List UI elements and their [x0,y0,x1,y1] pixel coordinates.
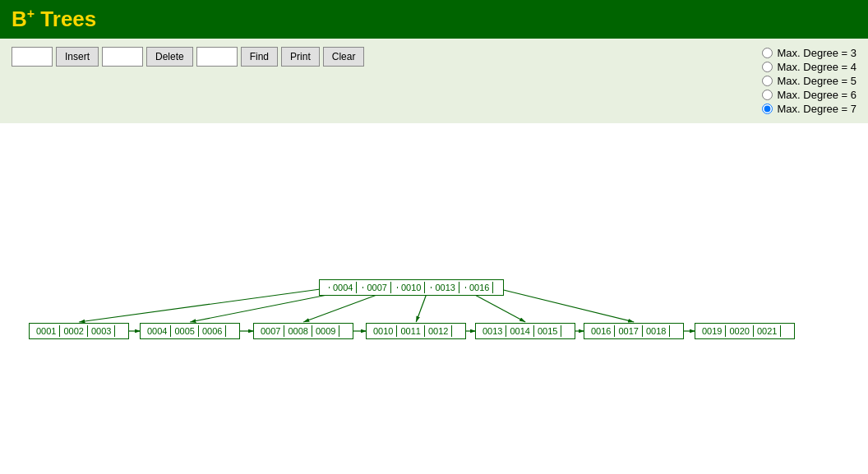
root-ptr [323,287,330,288]
toolbar: Insert Delete Find Print Clear [12,47,746,67]
leaf-node: 001300140015 [475,323,575,339]
leaf-cell: 0020 [726,325,753,337]
leaf-ptr [452,330,462,332]
degree-4-option[interactable]: Max. Degree = 4 [762,61,856,73]
leaf-cell: 0018 [643,325,670,337]
toolbar-area: Insert Delete Find Print Clear Max. Degr… [0,39,868,123]
leaf-cell: 0008 [284,325,312,337]
insert-input[interactable] [12,47,53,67]
degree-7-option[interactable]: Max. Degree = 7 [762,103,856,115]
leaf-cell: 0002 [60,325,87,337]
find-button[interactable]: Find [241,47,278,67]
leaf-cell: 0010 [370,325,397,337]
leaf-cell: 0005 [171,325,198,337]
root-cell: 0007 [363,282,390,293]
degree-5-option[interactable]: Max. Degree = 5 [762,75,856,87]
root-ptr [391,287,398,288]
tree-canvas: 0001000200030004000500060007000800090010… [0,123,868,403]
root-ptr [459,287,466,288]
degree-5-radio[interactable] [762,76,773,86]
degree-6-option[interactable]: Max. Degree = 6 [762,89,856,101]
degree-radio-group: Max. Degree = 3 Max. Degree = 4 Max. Deg… [762,47,856,115]
svg-line-1 [79,288,326,322]
root-cell: 0004 [330,282,357,293]
leaf-cell: 0016 [588,325,615,337]
degree-7-radio[interactable] [762,104,773,114]
degree-3-radio[interactable] [762,48,773,58]
leaf-cell: 0021 [754,325,781,337]
leaf-ptr [670,330,680,332]
leaf-node: 000400050006 [140,323,240,339]
degree-3-option[interactable]: Max. Degree = 3 [762,47,856,59]
leaf-cell: 0006 [199,325,226,337]
leaf-cell: 0017 [615,325,642,337]
leaf-ptr [781,330,791,332]
root-cell: 0013 [432,282,459,293]
leaf-cell: 0011 [397,325,424,337]
leaf-cell: 0003 [88,325,115,337]
delete-input[interactable] [102,47,143,67]
leaf-cell: 0009 [312,325,339,337]
leaf-cell: 0014 [506,325,533,337]
leaf-cell: 0001 [33,325,60,337]
leaf-ptr [339,330,349,332]
leaf-cell: 0012 [425,325,452,337]
leaf-cell: 0007 [257,325,284,337]
clear-button[interactable]: Clear [323,47,365,67]
leaf-node: 001900200021 [695,323,795,339]
leaf-ptr [561,330,571,332]
root-node: 00040007001000130016 [319,279,504,296]
root-ptr [425,287,432,288]
find-input[interactable] [196,47,238,67]
leaf-cell: 0013 [479,325,506,337]
leaf-cell: 0019 [699,325,726,337]
root-ptr-last [493,287,500,288]
leaf-cell: 0004 [144,325,171,337]
svg-line-6 [496,288,634,322]
leaf-cell: 0015 [534,325,561,337]
degree-6-radio[interactable] [762,90,773,100]
insert-button[interactable]: Insert [56,47,99,67]
root-ptr [357,287,363,288]
app-title: B+ Trees [12,7,96,32]
leaf-ptr [115,330,125,332]
leaf-node: 000700080009 [253,323,353,339]
leaf-node: 001600170018 [584,323,684,339]
delete-button[interactable]: Delete [146,47,193,67]
degree-4-radio[interactable] [762,62,773,72]
leaf-node: 000100020003 [29,323,129,339]
app-header: B+ Trees [0,0,868,39]
root-cell: 0010 [398,282,425,293]
print-button[interactable]: Print [281,47,320,67]
leaf-node: 001000110012 [366,323,466,339]
tree-svg [0,123,868,386]
root-cell: 0016 [466,282,493,293]
leaf-ptr [226,330,236,332]
